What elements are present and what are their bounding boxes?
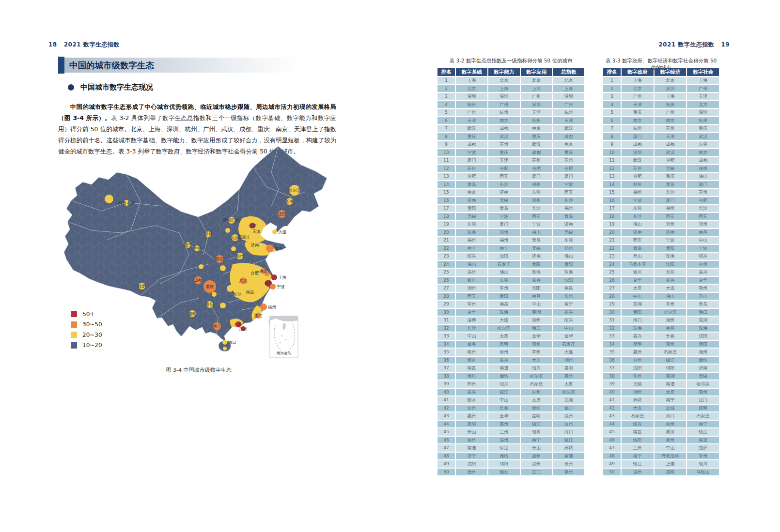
table-cell: 拉萨 xyxy=(687,444,719,452)
table-row: 20济南济南南昌 xyxy=(603,229,719,236)
table-cell: 绍兴 xyxy=(488,380,520,388)
table-cell: 重庆 xyxy=(456,133,487,140)
table-cell: 洛阳 xyxy=(622,437,654,444)
table-cell: 银川 xyxy=(553,405,584,412)
table-cell: 青岛 xyxy=(687,301,719,308)
table-cell: 深圳 xyxy=(553,93,584,100)
table-cell: 南昌 xyxy=(521,293,552,300)
table-cell: 舟山 xyxy=(456,428,487,436)
table-cell: 成都 xyxy=(456,141,487,148)
table-cell: 绍兴 xyxy=(687,253,719,260)
legend-item: 50+ xyxy=(71,309,102,319)
table-cell: 南京 xyxy=(655,117,686,124)
table-cell: 温州 xyxy=(456,269,487,276)
table-cell: 太原 xyxy=(622,285,654,292)
table-cell: 温州 xyxy=(488,437,520,444)
table-cell: 合肥 xyxy=(456,173,487,180)
table-cell: 31 xyxy=(437,317,455,324)
legend-item: 30~50 xyxy=(71,319,102,330)
table-cell: 34 xyxy=(603,341,621,348)
table-cell: 厦门 xyxy=(622,133,654,140)
table-cell: 21 xyxy=(603,237,621,244)
table-cell: 天津 xyxy=(488,157,520,164)
table-row: 43惠州金华昆明温州 xyxy=(437,412,584,420)
table-cell: 东莞 xyxy=(521,189,552,196)
table-cell: 上海 xyxy=(687,77,719,84)
table-cell: 廊坊 xyxy=(553,444,584,452)
table-cell: 贵阳 xyxy=(488,293,520,300)
table-cell: 金华 xyxy=(553,333,584,340)
bullet-icon xyxy=(68,84,74,91)
map-city-label: 福州 xyxy=(267,304,276,309)
table-cell: 绍兴 xyxy=(553,317,584,324)
table-row: 41丽水中山太原芜湖 xyxy=(437,396,584,404)
table-cell: 广州 xyxy=(622,93,654,100)
map-legend: 50+30~5020~3010~20 xyxy=(71,309,102,350)
table-cell: 常州 xyxy=(655,301,686,308)
title-gradient-strip: 中国的城市级数字生态 xyxy=(64,58,320,73)
table-cell: 惠州 xyxy=(521,341,552,348)
table-cell: 马鞍山 xyxy=(687,469,719,476)
table-cell: 贵阳 xyxy=(655,245,686,252)
map-city-label: 乌鲁木齐 xyxy=(118,200,135,205)
table-cell: 南宁 xyxy=(456,245,487,252)
table-row: 46徐州温州南宁镇江 xyxy=(437,437,584,444)
map-city-label: 南京 xyxy=(260,269,268,274)
table-cell: 15 xyxy=(603,189,621,196)
table-cell: 青岛 xyxy=(622,245,654,252)
table-cell: 珠海 xyxy=(488,309,520,316)
table-cell: 中山 xyxy=(687,237,719,244)
column-header: 排名 xyxy=(603,68,621,76)
table-cell: 湖州 xyxy=(456,285,487,292)
table-cell: 无锡 xyxy=(687,373,719,380)
table-cell: 东莞 xyxy=(488,277,520,284)
table-cell: 大连 xyxy=(488,317,520,324)
table-3-2: 排名数字基础数字能力数字应用总指数 1上海北京北京北京2北京上海上海上海3深圳深… xyxy=(437,67,585,476)
table-cell: 海口 xyxy=(687,309,719,316)
table-row: 38潍坊廊坊哈尔滨惠州 xyxy=(437,373,584,380)
table-cell: 石家庄 xyxy=(622,412,654,420)
legend-swatch-icon xyxy=(71,311,77,317)
table-row: 42台州长春廊坊银川 xyxy=(437,405,584,412)
table-row: 3广州上海天津 xyxy=(603,93,719,100)
map-city-label: 海口 xyxy=(228,340,236,345)
table-cell: 长沙 xyxy=(622,213,654,220)
table-cell: 4 xyxy=(603,101,621,108)
table-cell: 合肥 xyxy=(521,165,552,172)
table-row: 40嘉兴镇江台州哈尔滨 xyxy=(437,389,584,396)
table-cell: 武汉 xyxy=(655,149,686,156)
table-cell: 惠州 xyxy=(655,341,686,348)
table-cell: 宁波 xyxy=(488,213,520,220)
china-map-svg: 南海诸岛 哈尔滨长春沈阳大连呼和浩特北京天津石家庄太原济南青岛郑州西安兰州西宁银… xyxy=(63,143,334,364)
table-cell: 20 xyxy=(437,229,455,236)
table-cell: 长沙 xyxy=(521,205,552,212)
table-row: 27太原大连鄂州 xyxy=(603,285,719,292)
table-row: 46洛阳泉州保定 xyxy=(603,437,719,444)
table-3-2-header-row: 排名数字基础数字能力数字应用总指数 xyxy=(437,68,584,76)
table-row: 35惠州石家庄湖州 xyxy=(603,349,719,356)
map-city-label: 太原 xyxy=(231,235,240,240)
table-cell: 珠海 xyxy=(521,269,552,276)
table-cell: 惠州 xyxy=(687,389,719,396)
table-row: 13合肥重庆佛山 xyxy=(603,173,719,180)
table-cell: 43 xyxy=(603,412,621,420)
table-cell: 佛山 xyxy=(655,293,686,300)
table-cell: 天津 xyxy=(622,101,654,108)
table-cell: 南京 xyxy=(622,117,654,124)
table-row: 23绍兴沈阳济南佛山 xyxy=(437,253,584,260)
table-row: 35衢州徐州常州大连 xyxy=(437,349,584,356)
table-cell: 38 xyxy=(603,373,621,380)
table-cell: 保定 xyxy=(687,437,719,444)
table-cell: 东莞 xyxy=(622,205,654,212)
table-cell: 嘉兴 xyxy=(687,269,719,276)
table-row: 33中山太原金华金华 xyxy=(437,333,584,340)
table-cell: 绍兴 xyxy=(521,365,552,372)
table-cell: 惠州 xyxy=(488,421,520,428)
table-cell: 成都 xyxy=(553,133,584,140)
table-cell: 贵阳 xyxy=(553,261,584,268)
table-cell: 23 xyxy=(603,253,621,260)
table-row: 26金华嘉兴金华 xyxy=(603,277,719,284)
table-row: 7杭州苏州重庆 xyxy=(603,125,719,132)
table-cell: 47 xyxy=(603,444,621,452)
table-cell: 深圳 xyxy=(687,109,719,116)
